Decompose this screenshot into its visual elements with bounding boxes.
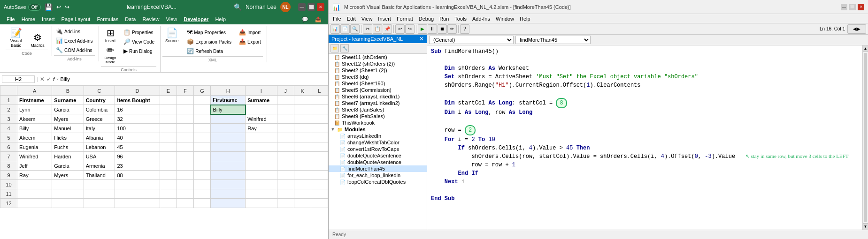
cell-f12[interactable] [177,199,193,208]
source-button[interactable]: 📄 Source [162,27,181,55]
tree-sheet6[interactable]: 📋 Sheet6 (arraysLinkedIn1) [329,93,427,100]
vba-tool-reset[interactable]: ⏹ [438,24,447,34]
cell-g9[interactable] [193,171,210,180]
col-header-k[interactable]: K [294,86,311,96]
vba-tool-help[interactable]: ? [460,24,469,34]
cell-d8[interactable]: 23 [115,161,160,171]
cell-j8[interactable] [277,161,294,171]
cell-h7[interactable] [211,152,246,161]
vba-tool-run[interactable]: ▶ [418,24,427,34]
cell-b9[interactable]: Myers [52,171,84,180]
cell-i11[interactable] [246,189,277,199]
cell-k2[interactable] [294,105,311,114]
cell-l8[interactable] [311,161,328,171]
menu-view[interactable]: View [163,15,180,23]
cell-b10[interactable] [52,180,84,189]
cell-l5[interactable] [311,133,328,142]
cell-b12[interactable] [52,199,84,208]
cell-h6[interactable] [211,142,246,152]
cell-f6[interactable] [177,142,193,152]
cell-b8[interactable]: Garcia [52,161,84,171]
cell-b7[interactable]: Harden [52,152,84,161]
cell-a4[interactable]: Billy [17,124,52,133]
cell-f4[interactable] [177,124,193,133]
vba-tool-view-excel[interactable]: 📊 [330,24,340,34]
vba-menu-help[interactable]: Help [517,15,533,22]
cell-k5[interactable] [294,133,311,142]
tree-sheet7[interactable]: 📋 Sheet7 (arraysLinkedIn2) [329,100,427,106]
cell-g4[interactable] [193,124,210,133]
cell-i6[interactable] [246,142,277,152]
col-header-c[interactable]: C [84,86,115,96]
cell-j4[interactable] [277,124,294,133]
cell-a11[interactable] [17,189,52,199]
map-properties-button[interactable]: 🗺 Map Properties [185,28,233,37]
confirm-formula-icon[interactable]: ✓ [46,76,51,82]
cancel-formula-icon[interactable]: ✕ [40,76,45,82]
cell-k11[interactable] [294,189,311,199]
cell-e5[interactable] [160,133,177,142]
scroll-thumb[interactable] [864,53,867,222]
cell-c11[interactable] [84,189,115,199]
tree-module-dqasentence[interactable]: 📄 doubleQuoteAsentence [329,152,427,159]
cell-e4[interactable] [160,124,177,133]
cell-b4[interactable]: Manuel [52,124,84,133]
excel-addins-button[interactable]: 📊 Excel Add-ins [54,37,95,45]
cell-h12[interactable] [211,199,246,208]
cell-k7[interactable] [294,152,311,161]
vba-tool-design[interactable]: ✏ [447,24,457,34]
vba-menu-view[interactable]: View [359,15,375,22]
cell-h3[interactable] [211,114,246,124]
cell-f11[interactable] [177,189,193,199]
menu-review[interactable]: Review [139,15,162,23]
cell-f7[interactable] [177,152,193,161]
scroll-down-button[interactable]: ▼ [863,223,868,230]
code-area[interactable]: Sub findMoreThan45() Dim shOrders As Wor… [427,45,862,230]
menu-data[interactable]: Data [122,15,138,23]
cell-i3[interactable]: Winifred [246,114,277,124]
tree-sheet11[interactable]: 📋 Sheet11 (shOrders) [329,54,427,60]
cell-e7[interactable] [160,152,177,161]
cell-d9[interactable]: 88 [115,171,160,180]
cell-h8[interactable] [211,161,246,171]
cell-b6[interactable]: Fuchs [52,142,84,152]
cell-a9[interactable]: Ray [17,171,52,180]
view-code-button[interactable]: 🔎 View Code [122,37,156,46]
cell-a12[interactable] [17,199,52,208]
cell-e2[interactable] [160,105,177,114]
vba-minimize-button[interactable]: — [841,4,847,10]
tree-thisworkbook[interactable]: 📔 ThisWorkbook [329,120,427,126]
tree-sheet12[interactable]: 📋 Sheet12 (shOrders (2)) [329,60,427,67]
col-header-a[interactable]: A [17,86,52,96]
cell-h1[interactable]: Firstname [211,96,246,105]
cell-j12[interactable] [277,199,294,208]
col-header-f[interactable]: F [177,86,193,96]
menu-developer[interactable]: Developer [181,15,211,23]
cell-k12[interactable] [294,199,311,208]
cell-i8[interactable] [246,161,277,171]
cell-b2[interactable]: Garcia [52,105,84,114]
cell-k8[interactable] [294,161,311,171]
menu-insert[interactable]: Insert [39,15,58,23]
cell-a1[interactable]: Firstname [17,96,52,105]
cell-l9[interactable] [311,171,328,180]
cell-h10[interactable] [211,180,246,189]
add-ins-button[interactable]: 🔌 Add-ins [54,27,82,36]
cell-d10[interactable] [115,180,160,189]
import-button[interactable]: 📥 Import [237,28,263,37]
cell-e6[interactable] [160,142,177,152]
cell-c12[interactable] [84,199,115,208]
project-tree[interactable]: 📋 Sheet11 (shOrders) 📋 Sheet12 (shOrders… [329,54,427,230]
tree-module-arrayslinkedin[interactable]: 📄 arraysLinkedIn [329,133,427,139]
cell-c4[interactable]: Italy [84,124,115,133]
scroll-up-button[interactable]: ▲ [863,45,868,52]
cell-l1[interactable] [311,96,328,105]
col-header-d[interactable]: D [115,86,160,96]
design-mode-button[interactable]: ✏ Design Mode [101,45,120,65]
com-addins-button[interactable]: 🔧 COM Add-ins [54,46,94,54]
refresh-data-button[interactable]: 🔄 Refresh Data [185,47,233,55]
insert-function-icon[interactable]: f [53,76,55,82]
menu-home[interactable]: Home [19,15,38,23]
properties-button[interactable]: 📋 Properties [122,28,156,37]
cell-c2[interactable]: Colombia [84,105,115,114]
